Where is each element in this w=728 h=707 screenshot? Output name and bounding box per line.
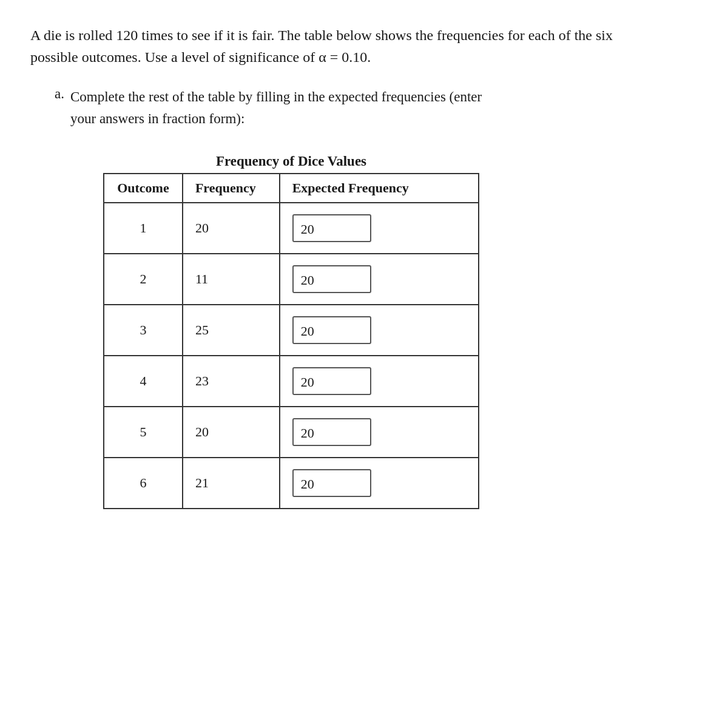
frequency-cell: 21 bbox=[183, 458, 280, 509]
part-a-text: Complete the rest of the table by fillin… bbox=[70, 86, 495, 129]
expected-frequency-cell[interactable]: 20 bbox=[280, 356, 479, 407]
dice-frequency-table: Outcome Frequency Expected Frequency 120… bbox=[103, 173, 479, 509]
outcome-cell: 3 bbox=[104, 305, 183, 356]
outcome-cell: 4 bbox=[104, 356, 183, 407]
table-row: 12020 bbox=[104, 203, 479, 254]
frequency-cell: 25 bbox=[183, 305, 280, 356]
table-container: Frequency of Dice Values Outcome Frequen… bbox=[103, 154, 698, 509]
header-frequency: Frequency bbox=[183, 174, 280, 203]
expected-frequency-cell[interactable]: 20 bbox=[280, 407, 479, 458]
frequency-cell: 20 bbox=[183, 203, 280, 254]
frequency-cell: 20 bbox=[183, 407, 280, 458]
expected-frequency-input[interactable]: 20 bbox=[292, 214, 371, 242]
table-row: 52020 bbox=[104, 407, 479, 458]
outcome-cell: 5 bbox=[104, 407, 183, 458]
header-outcome: Outcome bbox=[104, 174, 183, 203]
frequency-cell: 23 bbox=[183, 356, 280, 407]
expected-frequency-input[interactable]: 20 bbox=[292, 418, 371, 446]
expected-frequency-cell[interactable]: 20 bbox=[280, 203, 479, 254]
problem-container: A die is rolled 120 times to see if it i… bbox=[30, 24, 698, 509]
frequency-cell: 11 bbox=[183, 254, 280, 305]
outcome-cell: 1 bbox=[104, 203, 183, 254]
table-row: 21120 bbox=[104, 254, 479, 305]
header-expected: Expected Frequency bbox=[280, 174, 479, 203]
problem-intro: A die is rolled 120 times to see if it i… bbox=[30, 24, 625, 68]
expected-frequency-input[interactable]: 20 bbox=[292, 316, 371, 344]
outcome-cell: 2 bbox=[104, 254, 183, 305]
expected-frequency-input[interactable]: 20 bbox=[292, 469, 371, 497]
expected-frequency-cell[interactable]: 20 bbox=[280, 305, 479, 356]
expected-frequency-cell[interactable]: 20 bbox=[280, 458, 479, 509]
outcome-cell: 6 bbox=[104, 458, 183, 509]
table-row: 32520 bbox=[104, 305, 479, 356]
table-row: 62120 bbox=[104, 458, 479, 509]
table-header-row: Outcome Frequency Expected Frequency bbox=[104, 174, 479, 203]
table-row: 42320 bbox=[104, 356, 479, 407]
part-a-section: a. Complete the rest of the table by fil… bbox=[55, 86, 698, 509]
expected-frequency-input[interactable]: 20 bbox=[292, 367, 371, 395]
expected-frequency-cell[interactable]: 20 bbox=[280, 254, 479, 305]
expected-frequency-input[interactable]: 20 bbox=[292, 265, 371, 293]
table-title: Frequency of Dice Values bbox=[103, 154, 479, 169]
part-a-label: a. bbox=[55, 86, 64, 102]
